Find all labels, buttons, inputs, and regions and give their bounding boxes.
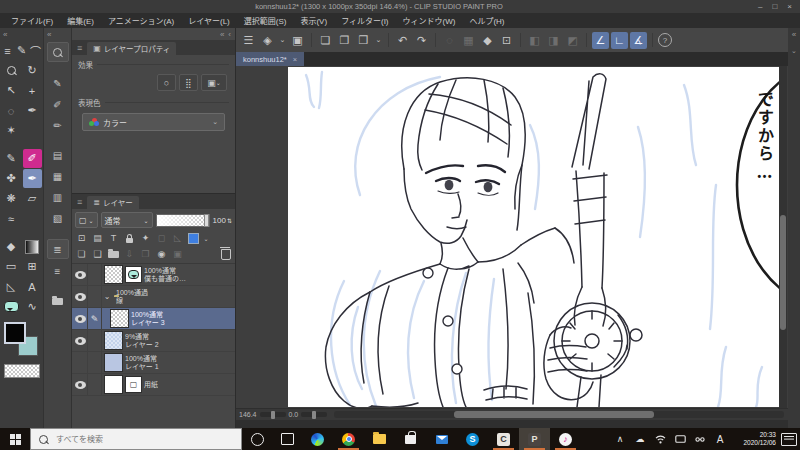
search-input[interactable] (54, 434, 208, 445)
cortana-button[interactable] (242, 428, 272, 450)
gradient-tool-icon[interactable] (23, 237, 42, 256)
subtool-layer-4-icon[interactable]: ▧ (48, 209, 68, 227)
collapse-subtools-icon[interactable]: « (47, 30, 51, 39)
ime-indicator[interactable]: A (710, 434, 730, 445)
task-view-button[interactable] (272, 428, 302, 450)
selection-mode-2-icon[interactable]: ◨ (545, 32, 562, 49)
canvas-page[interactable]: ですから… (288, 67, 779, 407)
spinner-icon[interactable]: ⇅ (227, 217, 232, 224)
rotation-slider[interactable] (301, 412, 327, 417)
clip-studio-paint-button[interactable]: P (519, 428, 550, 450)
invert-selection-icon[interactable]: ▦ (460, 32, 477, 49)
save-dropdown-icon[interactable]: ⌄ (374, 32, 383, 49)
new-folder-icon[interactable] (106, 247, 121, 261)
subtool-layer-3-icon[interactable]: ▥ (48, 188, 68, 206)
airbrush-tool-icon[interactable]: ✤ (2, 169, 21, 188)
minimize-button[interactable]: – (758, 2, 762, 11)
visibility-toggle[interactable] (73, 264, 88, 285)
tab-layer[interactable]: ≣ レイヤー (87, 196, 138, 209)
layer-row-balloon[interactable]: 100%通常 僕も普通の… (72, 264, 235, 286)
create-mask-icon[interactable]: ◉ (154, 247, 169, 261)
itunes-button[interactable]: ♪ (550, 428, 581, 450)
panel-menu-icon[interactable]: ≡ (74, 197, 85, 207)
tablet-device-icon[interactable] (670, 435, 690, 443)
marker-tool-icon[interactable]: ✎ (2, 149, 21, 168)
logo-dropdown-icon[interactable]: ⌄ (278, 32, 287, 49)
subtool-layer-2-icon[interactable]: ▦ (48, 167, 68, 185)
text-tool-icon[interactable]: A (23, 277, 42, 296)
collapse-tools-icon[interactable]: « (3, 30, 7, 39)
layer-thumbnail[interactable] (104, 331, 123, 350)
new-vector-layer-icon[interactable]: ❑ (90, 247, 105, 261)
subtool-pen-3-icon[interactable]: ✏ (48, 116, 68, 134)
zoom-slider[interactable] (260, 412, 286, 417)
tray-expand-icon[interactable]: ∧ (610, 434, 630, 444)
open-clip-studio-icon[interactable]: ▣ (289, 32, 306, 49)
onedrive-cloud-icon[interactable]: ☁ (630, 434, 650, 444)
snap-ruler-icon[interactable]: ∠ (592, 32, 609, 49)
layer-thumbnail[interactable] (104, 353, 123, 372)
menu-edit[interactable]: 編集(E) (60, 15, 101, 26)
subtool-folder-icon[interactable] (48, 292, 68, 310)
layer-name[interactable]: レイヤー 1 (125, 363, 159, 371)
close-button[interactable]: × (787, 2, 792, 11)
layer-name[interactable]: 僕も普通の… (144, 275, 186, 283)
operation-tool-icon[interactable]: ⌒ (30, 41, 42, 60)
lasso-tool-icon[interactable]: ◌ (2, 101, 21, 120)
move-tool-icon[interactable]: + (23, 81, 42, 100)
merge-layer-icon[interactable]: ❐ (138, 247, 153, 261)
layer-thumbnail[interactable] (110, 309, 129, 328)
expression-color-dropdown[interactable]: カラー ⌄ (82, 113, 225, 131)
snap-grid-icon[interactable]: ∡ (630, 32, 647, 49)
menu-file[interactable]: ファイル(F) (4, 15, 60, 26)
visibility-toggle[interactable] (73, 286, 88, 307)
menu-filter[interactable]: フィルター(I) (334, 15, 395, 26)
redo-icon[interactable]: ↷ (413, 32, 430, 49)
main-color-swatch[interactable] (4, 322, 26, 344)
notification-center-button[interactable] (778, 433, 800, 446)
layer-name[interactable]: 用紙 (144, 381, 158, 389)
correction-line-tool-icon[interactable]: ∿ (23, 297, 42, 316)
rotate-view-tool-icon[interactable]: ↻ (23, 61, 42, 80)
pin-icon[interactable]: T (106, 231, 121, 245)
subtool-stack-2-icon[interactable]: ≡ (48, 262, 68, 280)
subtool-zoom-icon[interactable] (47, 42, 69, 62)
chrome-button[interactable] (333, 428, 364, 450)
vertical-scrollbar-thumb[interactable] (780, 215, 786, 330)
subtool-stack-1-icon[interactable]: ≣ (47, 239, 69, 259)
layer-thumbnail[interactable] (104, 265, 123, 284)
visibility-toggle[interactable] (73, 374, 88, 395)
clip-studio-logo-icon[interactable]: ◈ (259, 32, 276, 49)
opacity-slider[interactable] (156, 214, 210, 227)
layer-row-selected[interactable]: ✎ 100%通常 レイヤー 3 (72, 308, 235, 330)
menu-window[interactable]: ウィンドウ(W) (396, 15, 463, 26)
blend-tool-icon[interactable]: ≈ (2, 209, 21, 228)
palette-color-icon[interactable] (186, 231, 201, 245)
menu-view[interactable]: 表示(V) (293, 15, 334, 26)
panel-menu-icon[interactable]: ≡ (74, 43, 85, 53)
set-as-reference-icon[interactable]: ◻ (154, 231, 169, 245)
mail-button[interactable] (426, 428, 457, 450)
edge-button[interactable] (302, 428, 333, 450)
visibility-toggle[interactable] (73, 308, 88, 329)
expand-palettes-icon[interactable]: « (792, 30, 796, 39)
save-icon[interactable]: ❒ (355, 32, 372, 49)
start-button[interactable] (0, 428, 30, 450)
layer-name[interactable]: レイヤー 2 (125, 341, 159, 349)
fill-icon[interactable]: ◆ (479, 32, 496, 49)
tone-effect-button[interactable]: ⣿ (179, 74, 198, 91)
balloon-tool-icon[interactable] (2, 297, 21, 316)
pencil-tool-icon[interactable]: ✐ (23, 149, 42, 168)
frame-border-tool-icon[interactable]: ⊞ (23, 257, 42, 276)
wifi-icon[interactable] (650, 435, 670, 444)
combine-mode-dropdown[interactable]: ▢ ⌄ (75, 212, 98, 228)
selection-mode-1-icon[interactable]: ◧ (526, 32, 543, 49)
layer-row-sketch[interactable]: 9%通常 レイヤー 2 (72, 330, 235, 352)
chevron-down-icon[interactable]: ⌄ (202, 231, 210, 245)
skype-button[interactable]: S (457, 428, 488, 450)
canvas-viewport[interactable]: ですから… (236, 66, 788, 408)
chevron-down-icon[interactable]: ⌄ (791, 47, 797, 55)
zoom-tool-icon[interactable] (2, 61, 21, 80)
subtool-pen-1-icon[interactable]: ✎ (48, 74, 68, 92)
visibility-toggle[interactable] (73, 330, 88, 351)
